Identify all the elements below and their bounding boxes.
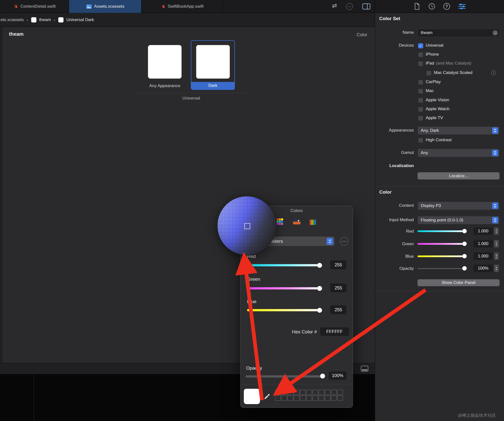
checkbox-apple-vision[interactable] [418, 98, 423, 103]
swatch-cell[interactable] [294, 390, 299, 395]
blue-slider[interactable] [418, 255, 466, 257]
toggle-bottom-panel-icon[interactable] [361, 366, 368, 372]
checkbox-carplay[interactable] [418, 80, 423, 85]
field-arrow-icon[interactable]: → [493, 30, 498, 35]
swatch-cell[interactable] [300, 395, 306, 401]
swatch-cell[interactable] [312, 395, 318, 401]
swap-editors-icon[interactable]: ⇄ [332, 2, 337, 9]
editor-options-icon[interactable]: ⋯ [346, 3, 353, 10]
color-picker-loupe[interactable] [217, 196, 276, 255]
red-slider-knob[interactable] [462, 229, 467, 233]
opacity-slider[interactable] [418, 268, 466, 269]
swatch-cell[interactable] [312, 390, 318, 395]
blue-slider-knob[interactable] [462, 254, 467, 258]
opacity-stepper[interactable]: ▲▼ [494, 265, 499, 272]
green-slider-knob[interactable] [462, 242, 467, 246]
history-inspector-icon[interactable] [428, 3, 435, 10]
green-stepper[interactable]: ▲▼ [494, 240, 499, 247]
panel-blue-slider[interactable] [247, 309, 322, 311]
tab-swiftbookapp[interactable]: SwiftBookApp.swift [141, 0, 223, 13]
swatch-cell[interactable] [288, 390, 293, 395]
content-dropdown[interactable]: Display P3 [418, 202, 500, 210]
swatch-cell[interactable] [319, 390, 324, 395]
panel-options-icon[interactable]: ⋯ [340, 237, 348, 246]
help-inspector-icon[interactable]: ? [443, 3, 450, 10]
swatch-cell[interactable] [306, 390, 312, 395]
red-value[interactable]: 1.000 [473, 227, 493, 235]
down-arrow-icon: ▼ [495, 231, 498, 234]
gamut-dropdown[interactable]: Any [418, 149, 500, 157]
swatch-cell[interactable] [300, 390, 306, 395]
breadcrumb-item-assets[interactable]: ets.xcassets [0, 17, 24, 22]
swatch-cell[interactable] [337, 395, 343, 401]
breadcrumb-item-theam[interactable]: theam [39, 17, 51, 22]
swatch-cell[interactable] [294, 395, 299, 401]
dark-swatch[interactable] [196, 45, 230, 79]
popup-stepper-icon [492, 150, 498, 156]
panel-blue-value[interactable]: 255 [330, 305, 346, 314]
hex-value[interactable]: FFFFFF [320, 327, 349, 336]
swatch-cell[interactable] [319, 395, 324, 401]
attributes-inspector-icon[interactable] [458, 3, 466, 9]
name-field[interactable]: → [418, 29, 500, 37]
tab-assets[interactable]: Assets.xcassets [69, 0, 141, 13]
input-method-dropdown[interactable]: Floating point (0.0-1.0) [418, 216, 500, 224]
panel-opacity-value[interactable]: 100% [329, 371, 346, 380]
checkbox-apple-tv[interactable] [418, 116, 423, 121]
swatch-cell[interactable] [331, 395, 337, 401]
panel-opacity-knob[interactable] [320, 374, 325, 379]
red-stepper[interactable]: ▲▼ [494, 227, 499, 235]
info-icon[interactable]: i [491, 70, 496, 75]
swatch-cell[interactable] [337, 390, 343, 395]
checkbox-high-contrast[interactable] [418, 138, 423, 143]
swatch-cell[interactable] [288, 395, 293, 401]
checkbox-apple-watch[interactable] [418, 107, 423, 112]
show-color-panel-button[interactable]: Show Color Panel [418, 279, 500, 286]
panel-green-value[interactable]: 255 [330, 283, 346, 292]
swatch-cell[interactable] [325, 395, 331, 401]
panel-blue-knob[interactable] [317, 308, 322, 313]
tab-contentdetail[interactable]: ContentDetail.swift [0, 0, 69, 13]
swatch-cell[interactable] [281, 395, 287, 401]
swatch-cell[interactable] [325, 390, 331, 395]
appearances-dropdown[interactable]: Any, Dark [418, 126, 500, 135]
any-appearance-swatch[interactable] [148, 45, 182, 79]
eyedropper-icon[interactable] [263, 393, 270, 400]
pencils-tab-icon[interactable] [308, 217, 317, 226]
file-inspector-icon[interactable] [415, 3, 420, 10]
checkbox-universal[interactable] [418, 43, 423, 48]
breadcrumb-item-universal-dark[interactable]: Universal Dark [66, 17, 94, 22]
red-slider[interactable] [418, 230, 466, 232]
blue-stepper[interactable]: ▲▼ [494, 252, 499, 260]
image-palettes-tab-icon[interactable] [292, 217, 301, 226]
checkbox-iphone[interactable] [418, 52, 423, 57]
swatch-cell[interactable] [281, 390, 287, 395]
panel-opacity-label: Opacity [246, 365, 262, 371]
name-input[interactable] [420, 30, 493, 35]
panel-opacity-slider[interactable] [246, 375, 324, 378]
blue-value[interactable]: 1.000 [473, 252, 493, 260]
panel-red-value[interactable]: 255 [330, 260, 346, 269]
dark-swatch-selection[interactable]: Dark [191, 40, 235, 90]
current-color-well[interactable] [244, 389, 260, 404]
palette-tab-icon[interactable] [275, 217, 285, 226]
swatch-cell[interactable] [331, 390, 337, 395]
localize-button[interactable]: Localize... [418, 172, 500, 179]
green-value[interactable]: 1.000 [473, 240, 493, 247]
swatch-cell[interactable] [275, 390, 281, 395]
swatch-cell[interactable] [306, 395, 312, 401]
panel-green-knob[interactable] [317, 286, 322, 291]
colorset-section-title: Color Set [379, 16, 400, 21]
add-editor-icon[interactable] [362, 3, 370, 9]
opacity-value[interactable]: 100% [473, 265, 493, 272]
panel-green-slider[interactable] [247, 287, 322, 289]
checkbox-mac[interactable] [418, 89, 423, 94]
opacity-slider-knob[interactable] [462, 266, 467, 271]
checkbox-ipad[interactable] [418, 61, 423, 66]
panel-red-knob[interactable] [317, 263, 322, 268]
panel-red-slider[interactable] [247, 264, 322, 266]
swatch-cell[interactable] [275, 395, 281, 401]
device-ipad-label: iPad(and Mac Catalyst) [426, 61, 471, 66]
green-slider[interactable] [418, 243, 466, 245]
checkbox-mac-catalyst-scaled[interactable] [426, 70, 431, 76]
